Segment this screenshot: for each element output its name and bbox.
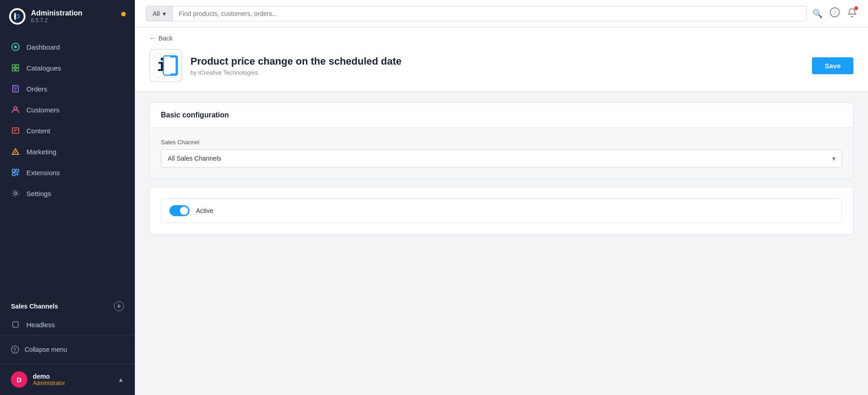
user-section[interactable]: D demo Administrator ▲ bbox=[0, 364, 135, 395]
svg-rect-4 bbox=[12, 65, 15, 67]
sales-channel-select-wrapper: All Sales Channels ▾ bbox=[161, 149, 842, 167]
content-body: Basic configuration Sales Channel All Sa… bbox=[135, 91, 868, 253]
sidebar-item-marketing-label: Marketing bbox=[26, 148, 56, 156]
svg-point-1 bbox=[11, 10, 24, 23]
settings-icon bbox=[11, 189, 20, 198]
search-input[interactable] bbox=[173, 6, 806, 21]
sidebar-item-extensions[interactable]: Extensions bbox=[0, 162, 135, 183]
sales-channels-section: Sales Channels + bbox=[0, 295, 135, 314]
svg-point-21 bbox=[14, 192, 17, 195]
back-arrow-icon: ← bbox=[149, 35, 156, 42]
sidebar: Administration 6.5.7.2 Dashboard Catalog… bbox=[0, 0, 135, 395]
add-sales-channel-button[interactable]: + bbox=[114, 301, 124, 311]
svg-rect-20 bbox=[12, 173, 15, 176]
search-filter-button[interactable]: All ▾ bbox=[146, 6, 173, 21]
sidebar-item-customers[interactable]: Customers bbox=[0, 99, 135, 120]
sidebar-item-content[interactable]: Content bbox=[0, 120, 135, 141]
plugin-header: i Product price change on the scheduled … bbox=[149, 49, 853, 82]
app-logo-icon bbox=[9, 8, 26, 25]
active-toggle[interactable] bbox=[169, 205, 190, 216]
sidebar-item-headless[interactable]: Headless bbox=[0, 314, 135, 335]
collapse-icon bbox=[11, 345, 19, 354]
svg-rect-6 bbox=[12, 68, 15, 71]
user-initial: D bbox=[17, 376, 22, 384]
sidebar-footer: Collapse menu bbox=[0, 335, 135, 364]
svg-rect-19 bbox=[16, 169, 19, 172]
active-toggle-body: Active bbox=[150, 187, 853, 234]
sidebar-nav: Dashboard Catalogues Orders Customers Co… bbox=[0, 33, 135, 295]
svg-rect-7 bbox=[16, 68, 19, 71]
topbar-icons: 🔍 ? bbox=[812, 7, 857, 20]
user-avatar: D bbox=[11, 371, 27, 388]
plugin-logo-icon: i bbox=[152, 52, 180, 79]
sidebar-item-extensions-label: Extensions bbox=[26, 169, 60, 177]
orders-icon bbox=[11, 84, 20, 93]
content-area: ← Back i Product price change on the sch… bbox=[135, 27, 868, 395]
user-menu-chevron-icon[interactable]: ▲ bbox=[118, 376, 124, 383]
sidebar-item-content-label: Content bbox=[26, 127, 51, 135]
customers-icon bbox=[11, 105, 20, 114]
sales-channel-select[interactable]: All Sales Channels bbox=[161, 149, 842, 167]
search-wrapper: All ▾ bbox=[146, 6, 807, 21]
svg-point-3 bbox=[14, 46, 17, 48]
marketing-icon bbox=[11, 147, 20, 156]
app-name: Administration bbox=[31, 9, 82, 17]
active-label: Active bbox=[196, 207, 213, 214]
search-filter-chevron-icon: ▾ bbox=[163, 10, 166, 17]
sidebar-item-marketing[interactable]: Marketing bbox=[0, 141, 135, 162]
active-toggle-row: Active bbox=[161, 198, 842, 223]
app-version: 6.5.7.2 bbox=[31, 17, 82, 24]
plugin-icon: i bbox=[149, 49, 182, 82]
save-button[interactable]: Save bbox=[812, 57, 853, 74]
user-info: demo Administrator bbox=[33, 373, 112, 386]
sidebar-item-dashboard-label: Dashboard bbox=[26, 43, 60, 51]
extensions-icon bbox=[11, 168, 20, 177]
basic-config-body: Sales Channel All Sales Channels ▾ bbox=[150, 128, 853, 178]
notifications-icon[interactable] bbox=[847, 7, 857, 20]
svg-rect-18 bbox=[12, 169, 15, 172]
help-icon[interactable]: ? bbox=[830, 7, 840, 20]
collapse-menu-label: Collapse menu bbox=[25, 346, 67, 353]
svg-text:?: ? bbox=[833, 9, 836, 16]
plugin-title: Product price change on the scheduled da… bbox=[190, 56, 804, 67]
toggle-knob bbox=[180, 207, 188, 215]
notification-dot bbox=[854, 6, 858, 10]
user-role: Administrator bbox=[33, 380, 112, 386]
topbar: All ▾ 🔍 ? bbox=[135, 0, 868, 27]
svg-rect-13 bbox=[12, 128, 19, 133]
basic-configuration-card: Basic configuration Sales Channel All Sa… bbox=[149, 102, 853, 179]
sales-channels-title: Sales Channels bbox=[11, 303, 58, 310]
dashboard-icon bbox=[11, 42, 20, 51]
main-content: All ▾ 🔍 ? ← Back bbox=[135, 0, 868, 395]
collapse-menu-item[interactable]: Collapse menu bbox=[11, 342, 124, 357]
svg-rect-5 bbox=[16, 65, 19, 67]
plugin-title-block: Product price change on the scheduled da… bbox=[190, 56, 804, 76]
status-dot bbox=[121, 12, 126, 16]
plugin-author: by iCreative Technologies bbox=[190, 69, 804, 76]
search-filter-label: All bbox=[153, 10, 160, 17]
basic-config-title: Basic configuration bbox=[150, 103, 853, 128]
sidebar-item-settings-label: Settings bbox=[26, 190, 51, 198]
page-header: ← Back i Product price change on the sch… bbox=[135, 27, 868, 91]
search-icon[interactable]: 🔍 bbox=[812, 9, 822, 19]
headless-icon bbox=[11, 320, 20, 329]
svg-rect-22 bbox=[13, 322, 18, 327]
sidebar-title-block: Administration 6.5.7.2 bbox=[31, 9, 82, 24]
sidebar-header: Administration 6.5.7.2 bbox=[0, 0, 135, 33]
sidebar-item-catalogues[interactable]: Catalogues bbox=[0, 57, 135, 78]
active-toggle-card: Active bbox=[149, 187, 853, 234]
content-icon bbox=[11, 126, 20, 135]
sidebar-item-dashboard[interactable]: Dashboard bbox=[0, 36, 135, 57]
sidebar-item-headless-label: Headless bbox=[26, 321, 55, 329]
sidebar-item-orders-label: Orders bbox=[26, 85, 47, 93]
back-label: Back bbox=[159, 35, 173, 42]
sidebar-item-orders[interactable]: Orders bbox=[0, 78, 135, 99]
user-name: demo bbox=[33, 373, 112, 380]
sidebar-item-settings[interactable]: Settings bbox=[0, 183, 135, 204]
sales-channel-label: Sales Channel bbox=[161, 139, 842, 146]
svg-rect-30 bbox=[164, 56, 170, 75]
sidebar-item-customers-label: Customers bbox=[26, 106, 60, 114]
back-link[interactable]: ← Back bbox=[149, 35, 853, 42]
sidebar-item-catalogues-label: Catalogues bbox=[26, 64, 61, 72]
catalogues-icon bbox=[11, 63, 20, 72]
